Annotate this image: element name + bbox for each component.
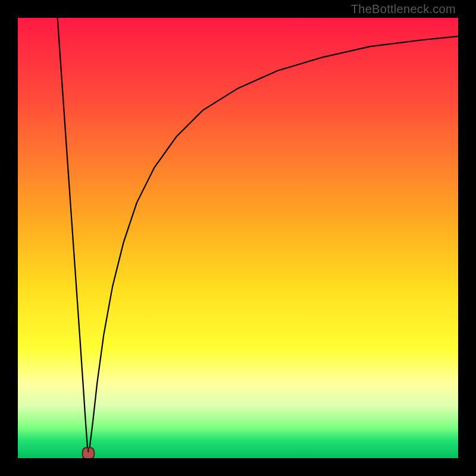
curve-left-branch [58, 18, 89, 458]
bottleneck-curve [58, 18, 458, 458]
curve-right-branch [88, 36, 458, 458]
plot-area [18, 18, 458, 458]
chart-frame: TheBottleneck.com [0, 0, 476, 476]
optimum-marker-shape [82, 447, 94, 458]
watermark-text: TheBottleneck.com [351, 2, 456, 16]
optimum-marker [82, 447, 94, 458]
curve-layer [18, 18, 458, 458]
